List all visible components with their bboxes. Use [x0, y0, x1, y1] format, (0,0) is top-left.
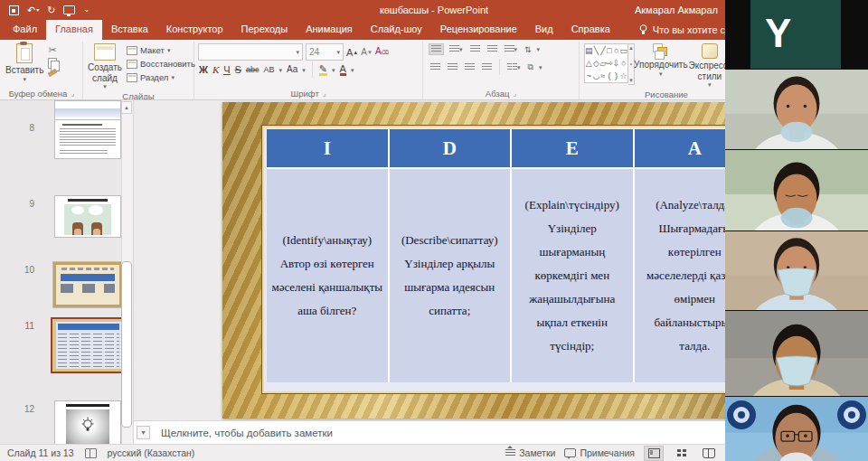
scroll-mid-icon[interactable]: ▪: [630, 61, 632, 67]
participant-video-4[interactable]: [725, 310, 868, 396]
tab-Переходы[interactable]: Переходы: [232, 20, 297, 40]
align-right-button[interactable]: [463, 62, 476, 72]
scroll-up-button[interactable]: ▲: [121, 101, 132, 114]
change-case-button[interactable]: Аа: [287, 63, 297, 76]
tab-Рецензирование[interactable]: Рецензирование: [431, 20, 526, 40]
justify-button[interactable]: [480, 62, 494, 72]
tab-Анимация[interactable]: Анимация: [297, 20, 362, 40]
layout-button[interactable]: Макет▾: [127, 44, 195, 56]
shape-icon[interactable]: ╱: [600, 47, 605, 55]
copy-button[interactable]: [48, 58, 57, 69]
tab-Конструктор[interactable]: Конструктор: [157, 20, 232, 40]
scroll-up-icon[interactable]: ▲: [628, 45, 634, 51]
table-header-cell[interactable]: I: [267, 129, 388, 167]
shrink-font-button[interactable]: А▼: [361, 46, 373, 59]
current-slide[interactable]: IDEA(Identify\анықтау) Автор өзі көтерге…: [222, 102, 725, 419]
participant-initial-tile[interactable]: Y: [725, 0, 868, 69]
dialog-launcher-icon[interactable]: ⌟: [513, 89, 516, 98]
shape-icon[interactable]: ⇩: [613, 60, 620, 68]
slide-thumbnail-10[interactable]: [52, 261, 123, 308]
dialog-launcher-icon[interactable]: ⌟: [323, 89, 326, 98]
notes-pane[interactable]: ▼ Щелкните, чтобы добавить заметки: [134, 420, 725, 444]
table-header-cell[interactable]: D: [390, 129, 511, 167]
clear-formatting-button[interactable]: А⌫: [375, 45, 389, 59]
table-header-cell[interactable]: A: [635, 129, 726, 167]
shape-icon[interactable]: ▭: [619, 47, 627, 55]
slide-thumbnail-12[interactable]: [54, 400, 121, 444]
tab-Вставка[interactable]: Вставка: [102, 20, 157, 40]
shape-icon[interactable]: ☆: [620, 72, 627, 80]
shape-icon[interactable]: ◇: [593, 60, 599, 68]
participant-video-1[interactable]: [725, 69, 868, 149]
shape-icon[interactable]: (: [609, 72, 611, 80]
shape-icon[interactable]: △: [586, 60, 592, 68]
table-body-cell[interactable]: (Explain\түсіндіру) Үзінділер шығарманың…: [512, 169, 633, 382]
participant-video-2[interactable]: [725, 149, 868, 230]
slide-thumbnail-8[interactable]: [54, 119, 121, 159]
notes-toggle-button[interactable]: Заметки: [505, 447, 555, 458]
italic-button[interactable]: К: [212, 63, 219, 76]
tab-Справка[interactable]: Справка: [562, 20, 619, 40]
text-shadow-button[interactable]: S: [235, 63, 241, 76]
tell-me-box[interactable]: Что вы хотите сделать?: [634, 20, 725, 40]
collapse-notes-button[interactable]: ▼: [137, 426, 150, 439]
shape-icon[interactable]: ▱: [599, 60, 606, 68]
strikethrough-button[interactable]: abc: [246, 63, 259, 76]
table-body-cell[interactable]: (Identify\анықтау) Автор өзі көтерген мә…: [267, 169, 388, 382]
shape-icon[interactable]: ○: [614, 47, 618, 55]
language-indicator[interactable]: русский (Казахстан): [108, 447, 195, 458]
grow-font-button[interactable]: А▲: [346, 46, 358, 59]
table-header-cell[interactable]: E: [512, 129, 633, 167]
thumbnail-scrollbar[interactable]: ▲: [121, 100, 133, 444]
align-left-button[interactable]: [429, 62, 442, 72]
participant-video-5[interactable]: [725, 396, 868, 461]
smartart-button[interactable]: ⧉: [526, 61, 535, 73]
shape-icon[interactable]: □: [607, 47, 611, 55]
shapes-gallery[interactable]: ▤╲╱□○▭△◇▱⇨⇩○~◡≈()☆: [584, 43, 628, 83]
font-name-combo[interactable]: ▾: [198, 43, 303, 61]
decrease-indent-button[interactable]: [468, 44, 482, 54]
shape-icon[interactable]: ≈: [600, 72, 605, 80]
normal-view-button[interactable]: [644, 446, 664, 461]
align-center-button[interactable]: [446, 62, 459, 72]
notes-placeholder[interactable]: Щелкните, чтобы добавить заметки: [161, 428, 333, 438]
slide-sorter-view-button[interactable]: [673, 447, 691, 460]
quick-styles-button[interactable]: Экспресс-стили ▾: [687, 42, 725, 89]
underline-button[interactable]: Ч: [223, 63, 230, 76]
shape-icon[interactable]: ⇨: [606, 60, 613, 68]
shape-icon[interactable]: ╲: [594, 47, 599, 55]
slide-thumbnail-11[interactable]: [51, 317, 127, 373]
customize-qat-icon[interactable]: ⌄: [83, 6, 90, 14]
tab-Файл[interactable]: Файл: [4, 20, 46, 40]
redo-icon[interactable]: ↻: [47, 5, 55, 15]
participant-video-3[interactable]: [725, 230, 868, 310]
tab-Вид[interactable]: Вид: [526, 20, 562, 40]
text-direction-button[interactable]: ⇅: [523, 44, 533, 55]
arrange-button[interactable]: Упорядочить ▾: [635, 42, 687, 79]
shape-icon[interactable]: ◡: [593, 72, 600, 80]
shape-icon[interactable]: ○: [621, 60, 626, 68]
reading-view-button[interactable]: [700, 447, 718, 460]
comments-toggle-button[interactable]: Примечания: [564, 447, 635, 458]
paste-button[interactable]: Вставить ▾: [3, 42, 46, 84]
table-body-cell[interactable]: (Describe\сипаттау) Үзінділер арқылы шығ…: [390, 169, 511, 382]
scrollbar-thumb[interactable]: [121, 261, 132, 428]
account-user-name[interactable]: Акмарал Акмарал: [635, 5, 718, 15]
numbering-button[interactable]: ▾: [448, 44, 465, 54]
spellcheck-icon[interactable]: [85, 448, 97, 458]
columns-button[interactable]: ▾: [505, 62, 523, 72]
save-icon[interactable]: [9, 5, 19, 15]
shape-icon[interactable]: ): [615, 72, 618, 80]
highlight-color-button[interactable]: ✎: [319, 64, 327, 76]
scroll-down-icon[interactable]: ▼: [628, 78, 634, 83]
start-slideshow-icon[interactable]: [63, 5, 75, 14]
cut-button[interactable]: ✂: [48, 44, 57, 56]
character-spacing-button[interactable]: АВ: [263, 63, 274, 76]
slide-thumbnail-9[interactable]: [54, 195, 121, 238]
font-size-combo[interactable]: 24▾: [306, 43, 344, 61]
undo-icon[interactable]: ↶▾: [27, 5, 39, 15]
format-painter-button[interactable]: [48, 71, 57, 75]
dialog-launcher-icon[interactable]: ⌟: [71, 89, 74, 98]
tab-Слайд-шоу[interactable]: Слайд-шоу: [362, 20, 431, 40]
increase-indent-button[interactable]: [486, 44, 499, 54]
